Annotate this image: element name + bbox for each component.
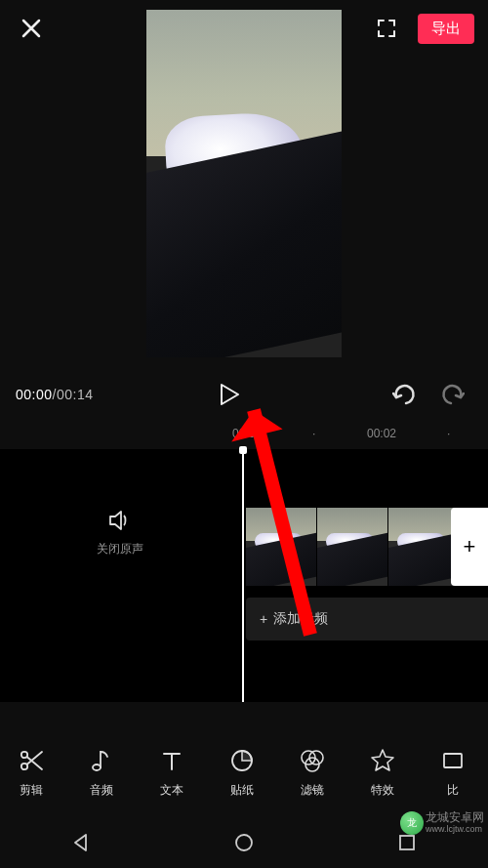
ruler-tick: 00:02: [367, 427, 396, 440]
playhead[interactable]: [242, 449, 244, 702]
redo-icon: [439, 384, 465, 405]
bottom-toolbar: 剪辑 音频 文本 贴纸 滤镜 特效 比: [0, 723, 488, 821]
ratio-icon: [441, 749, 465, 772]
add-audio-label: 添加音频: [273, 610, 328, 628]
add-clip-button[interactable]: +: [451, 508, 488, 586]
clip-thumbnail[interactable]: [317, 508, 387, 586]
nav-home-button[interactable]: [215, 823, 273, 862]
square-recent-icon: [397, 833, 417, 852]
tool-label: 滤镜: [301, 782, 324, 799]
scissors-icon: [19, 748, 44, 773]
add-audio-button[interactable]: + 添加音频: [246, 598, 488, 641]
video-preview[interactable]: [146, 10, 342, 357]
mute-label: 关闭原声: [97, 541, 143, 558]
svg-rect-7: [444, 754, 462, 767]
triangle-back-icon: [70, 832, 92, 853]
tool-ratio[interactable]: 比: [418, 747, 488, 799]
circle-home-icon: [233, 832, 255, 853]
star-icon: [370, 748, 395, 773]
svg-point-2: [93, 765, 101, 770]
filter-icon: [299, 748, 326, 773]
tool-label: 贴纸: [230, 782, 254, 799]
speaker-icon: [107, 508, 133, 533]
ruler-tick: 00:00: [232, 427, 262, 440]
tool-edit[interactable]: 剪辑: [0, 747, 66, 799]
redo-button[interactable]: [431, 374, 472, 415]
tool-label: 剪辑: [20, 782, 43, 799]
undo-button[interactable]: [385, 374, 426, 415]
text-icon: [160, 749, 183, 772]
undo-icon: [392, 384, 418, 405]
tool-text[interactable]: 文本: [137, 747, 207, 799]
tool-filter[interactable]: 滤镜: [277, 747, 347, 799]
svg-point-8: [236, 835, 252, 850]
tool-label: 特效: [371, 782, 394, 799]
play-button[interactable]: [209, 374, 250, 415]
svg-rect-9: [400, 836, 414, 849]
tool-effect[interactable]: 特效: [347, 747, 418, 799]
ruler-dot: ·: [447, 427, 450, 440]
nav-back-button[interactable]: [52, 823, 110, 862]
clip-thumbnail[interactable]: [246, 508, 316, 586]
timeline-ruler[interactable]: 00:00 · 00:02 ·: [0, 420, 488, 447]
plus-icon: +: [464, 534, 476, 559]
tool-sticker[interactable]: 贴纸: [207, 747, 277, 799]
sticker-icon: [229, 748, 255, 773]
time-display: 00:00/00:14: [16, 387, 93, 402]
tool-audio[interactable]: 音频: [66, 747, 137, 799]
clip-thumbnail[interactable]: [388, 508, 459, 586]
plus-icon: +: [260, 611, 267, 627]
android-nav-bar: [0, 817, 488, 868]
nav-recent-button[interactable]: [378, 823, 436, 862]
tool-label: 音频: [90, 782, 113, 799]
ruler-dot: ·: [312, 427, 315, 440]
mute-button[interactable]: [107, 508, 133, 533]
tool-label: 文本: [160, 782, 183, 799]
music-note-icon: [90, 748, 113, 773]
tool-label: 比: [447, 782, 459, 799]
timeline[interactable]: 关闭原声 + + 添加音频: [0, 449, 488, 702]
play-icon: [219, 383, 240, 406]
